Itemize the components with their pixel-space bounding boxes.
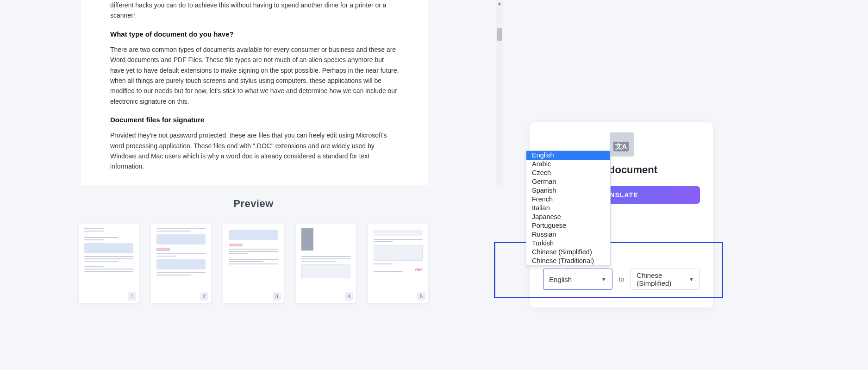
- scrollbar[interactable]: ▲: [496, 0, 503, 185]
- preview-section: Preview 1 2: [0, 185, 507, 303]
- language-option[interactable]: Spanish: [526, 186, 610, 195]
- document-pane: different hacks you can do to achieve th…: [81, 0, 428, 185]
- scrollbar-thumb[interactable]: [497, 28, 502, 41]
- language-option[interactable]: French: [526, 195, 610, 204]
- language-option[interactable]: Italian: [526, 204, 610, 213]
- language-dropdown[interactable]: EnglishArabicCzechGermanSpanishFrenchIta…: [526, 151, 611, 266]
- page-number-badge: 2: [200, 292, 208, 301]
- language-option[interactable]: Chinese (Traditional): [526, 257, 610, 265]
- to-label: to: [619, 276, 624, 283]
- doc-paragraph: Provided they're not password protected,…: [110, 130, 399, 172]
- language-option[interactable]: German: [526, 177, 610, 186]
- doc-paragraph: different hacks you can do to achieve th…: [110, 0, 399, 21]
- language-option[interactable]: Russian: [526, 230, 610, 239]
- language-option[interactable]: Chinese (Simplified): [526, 248, 610, 257]
- chevron-down-icon: ▼: [689, 276, 694, 282]
- language-option[interactable]: Portuguese: [526, 221, 610, 230]
- page-number-badge: 5: [417, 292, 425, 301]
- language-row: English ▼ to Chinese (Simplified) ▼: [543, 269, 700, 290]
- page-thumbnail[interactable]: PDF 5: [368, 224, 428, 303]
- source-language-select[interactable]: English ▼: [543, 269, 612, 290]
- target-language-select[interactable]: Chinese (Simplified) ▼: [631, 269, 700, 290]
- doc-heading: What type of document do you have?: [110, 30, 399, 38]
- thumbnails-row: 1 2 3: [0, 224, 507, 303]
- language-option[interactable]: Turkish: [526, 239, 610, 248]
- target-language-value: Chinese (Simplified): [637, 271, 689, 287]
- language-option[interactable]: Czech: [526, 169, 610, 177]
- page-thumbnail[interactable]: 3: [223, 224, 283, 303]
- language-option[interactable]: Arabic: [526, 160, 610, 169]
- translate-icon: [610, 132, 634, 157]
- chevron-down-icon: ▼: [601, 276, 606, 282]
- preview-title: Preview: [0, 198, 507, 210]
- scroll-up-arrow-icon[interactable]: ▲: [496, 0, 503, 6]
- page-thumbnail[interactable]: 4: [296, 224, 356, 303]
- page-number-badge: 3: [273, 292, 281, 301]
- page-number-badge: 1: [128, 292, 136, 301]
- source-language-value: English: [549, 276, 572, 283]
- language-option[interactable]: English: [526, 151, 610, 160]
- page-thumbnail[interactable]: 1: [79, 224, 139, 303]
- page-thumbnail[interactable]: 2: [151, 224, 211, 303]
- doc-paragraph: There are two common types of documents …: [110, 44, 399, 107]
- doc-heading: Document files for signature: [110, 116, 399, 124]
- language-option[interactable]: Japanese: [526, 213, 610, 221]
- page-number-badge: 4: [345, 292, 353, 301]
